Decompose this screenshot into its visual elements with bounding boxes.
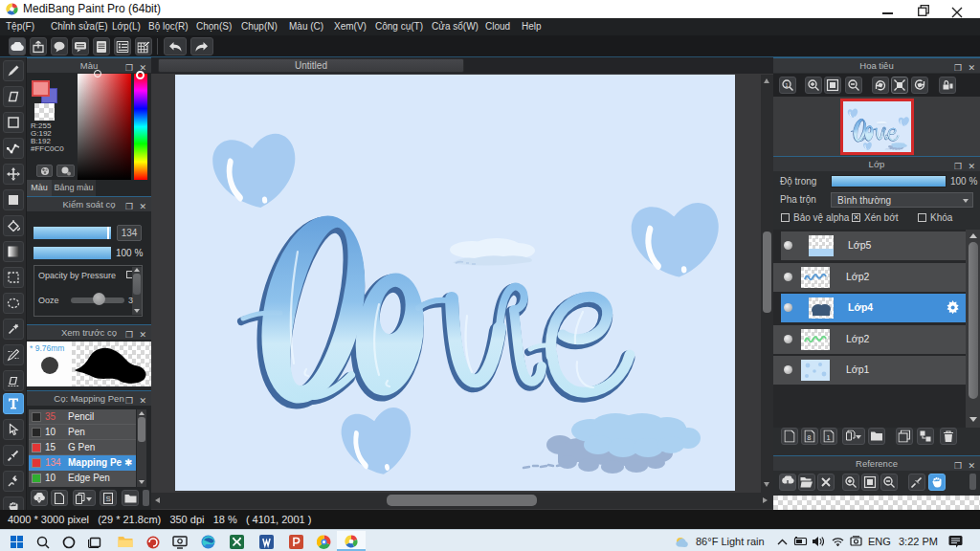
svg-text:S: S (106, 495, 111, 503)
svg-text:8: 8 (807, 433, 811, 442)
svg-text:1: 1 (827, 433, 831, 442)
svg-text:1: 1 (785, 82, 789, 88)
